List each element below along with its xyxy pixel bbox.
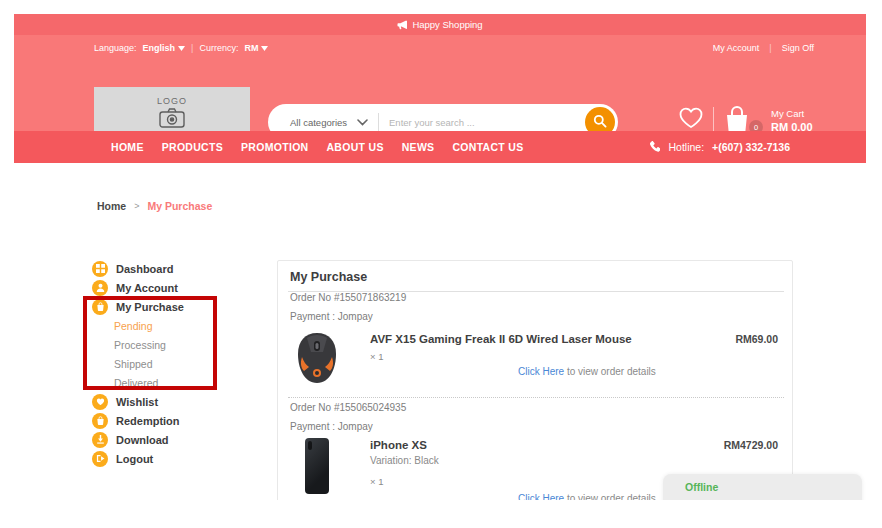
sidebar-item-delivered[interactable]: Delivered xyxy=(92,373,242,392)
chat-status: Offline xyxy=(685,481,718,493)
product-name: AVF X15 Gaming Freak II 6D Wired Laser M… xyxy=(370,333,632,345)
announcement-text: Happy Shopping xyxy=(412,19,482,30)
chevron-down-icon xyxy=(357,117,368,128)
sidebar-item-shipped[interactable]: Shipped xyxy=(92,354,242,373)
currency-label: Currency: xyxy=(199,43,238,53)
order-number: Order No #155071863219 xyxy=(290,292,406,303)
order-number: Order No #155065024935 xyxy=(290,402,406,413)
sign-off-link[interactable]: Sign Off xyxy=(782,43,814,53)
my-cart-summary[interactable]: My Cart RM 0.00 xyxy=(771,108,813,133)
account-sidebar: Dashboard My Account My Purchase Pending… xyxy=(92,259,242,468)
order-payment: Payment : Jompay xyxy=(290,421,373,432)
product-variation: Variation: Black xyxy=(370,455,439,466)
currency-select[interactable]: RM xyxy=(244,43,268,53)
category-select[interactable]: All categories xyxy=(268,117,368,128)
nav-item-contact-us[interactable]: CONTACT US xyxy=(452,141,523,153)
my-purchase-panel: My Purchase Order No #155071863219 Payme… xyxy=(277,260,793,500)
nav-item-promotion[interactable]: PROMOTION xyxy=(241,141,308,153)
hotline: Hotline: +(607) 332-7136 xyxy=(647,131,790,163)
order-payment: Payment : Jompay xyxy=(290,311,373,322)
order-details-link[interactable]: Click Here xyxy=(518,493,564,500)
nav-item-home[interactable]: HOME xyxy=(111,141,144,153)
site-viewport: Happy Shopping Language: English | Curre… xyxy=(14,14,866,500)
hotline-number[interactable]: +(607) 332-7136 xyxy=(712,141,790,153)
product-name: iPhone XS xyxy=(370,439,427,451)
page: Happy Shopping Language: English | Curre… xyxy=(0,0,882,528)
product-qty: × 1 xyxy=(370,476,383,487)
product-image-gaming-mouse xyxy=(288,329,346,387)
gift-bag-icon xyxy=(92,413,108,429)
search-icon xyxy=(593,114,607,131)
nav-item-products[interactable]: PRODUCTS xyxy=(162,141,223,153)
product-price: RM4729.00 xyxy=(724,439,778,451)
logo-text: LOGO xyxy=(157,96,187,106)
sidebar-item-wishlist[interactable]: Wishlist xyxy=(92,392,242,411)
order-separator xyxy=(288,397,784,398)
sidebar-item-logout[interactable]: Logout xyxy=(92,449,242,468)
sidebar-item-redemption[interactable]: Redemption xyxy=(92,411,242,430)
nav-item-news[interactable]: NEWS xyxy=(402,141,435,153)
chat-widget[interactable]: Offline xyxy=(663,474,862,500)
product-image-iphone xyxy=(288,437,346,495)
announcement-bar: Happy Shopping xyxy=(14,14,866,35)
megaphone-icon xyxy=(397,20,407,30)
my-account-link[interactable]: My Account xyxy=(713,43,760,53)
dashboard-icon xyxy=(92,261,108,277)
header-divider xyxy=(713,107,714,133)
order-details-line: Click Here to view order details xyxy=(518,366,656,377)
product-price: RM69.00 xyxy=(735,333,778,345)
search-divider xyxy=(378,113,379,131)
language-label: Language: xyxy=(94,43,137,53)
utility-separator: | xyxy=(191,43,193,53)
search-input[interactable] xyxy=(389,117,618,128)
language-select[interactable]: English xyxy=(143,43,186,53)
sidebar-item-pending[interactable]: Pending xyxy=(92,316,242,335)
breadcrumb-separator: > xyxy=(134,201,139,211)
wishlist-heart-icon[interactable] xyxy=(678,106,704,134)
order-details-link[interactable]: Click Here xyxy=(518,366,564,377)
camera-icon xyxy=(159,108,185,130)
caret-down-icon xyxy=(178,43,185,53)
hotline-label: Hotline: xyxy=(668,141,704,153)
order-details-line: Click Here to view order details xyxy=(518,493,656,500)
logout-icon xyxy=(92,451,108,467)
phone-icon xyxy=(647,140,660,155)
sidebar-item-my-account[interactable]: My Account xyxy=(92,278,242,297)
main-nav: HOME PRODUCTS PROMOTION ABOUT US NEWS CO… xyxy=(14,131,866,163)
product-qty: × 1 xyxy=(370,351,383,362)
sidebar-item-my-purchase[interactable]: My Purchase xyxy=(92,297,242,316)
utility-bar: Language: English | Currency: RM My Acco… xyxy=(14,43,866,59)
sidebar-item-dashboard[interactable]: Dashboard xyxy=(92,259,242,278)
heart-icon xyxy=(92,394,108,410)
sidebar-item-download[interactable]: Download xyxy=(92,430,242,449)
breadcrumb: Home > My Purchase xyxy=(97,200,212,212)
download-icon xyxy=(92,432,108,448)
header: Language: English | Currency: RM My Acco… xyxy=(14,35,866,131)
sidebar-item-processing[interactable]: Processing xyxy=(92,335,242,354)
caret-down-icon xyxy=(261,43,268,53)
nav-item-about-us[interactable]: ABOUT US xyxy=(326,141,383,153)
utility-separator: | xyxy=(769,43,771,53)
breadcrumb-current: My Purchase xyxy=(147,200,212,212)
shopping-bag-icon xyxy=(92,299,108,315)
user-icon xyxy=(92,280,108,296)
my-cart-label: My Cart xyxy=(771,108,813,119)
breadcrumb-home[interactable]: Home xyxy=(97,200,126,212)
panel-title: My Purchase xyxy=(290,270,367,284)
